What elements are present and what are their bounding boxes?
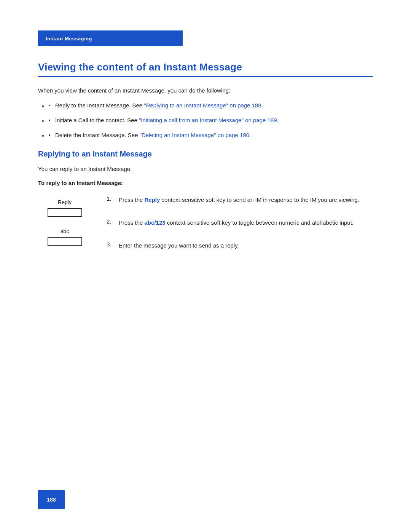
bullet-dot: • — [49, 101, 51, 110]
step-1-text: Press the Reply context-sensitive soft k… — [119, 195, 359, 204]
step-1-text-before: Press the — [119, 197, 145, 203]
bold-instruction: To reply to an Instant Message: — [38, 180, 373, 186]
list-item: • Delete the Instant Message. See "Delet… — [42, 131, 373, 141]
abc-softkey-box[interactable] — [48, 237, 82, 246]
steps-column: 1. Press the Reply context-sensitive sof… — [107, 195, 373, 250]
list-item-text-after-0: . — [261, 102, 263, 109]
list-item: • Reply to the Instant Message. See "Rep… — [42, 101, 373, 111]
list-item-link-0[interactable]: "Replying to an Instant Message" on page… — [144, 102, 261, 109]
step-1-bold-link: Reply — [145, 197, 160, 203]
step-2-number: 2. — [107, 218, 114, 225]
step-3-text-after: Enter the message you want to send as a … — [119, 242, 239, 249]
list-item-text-before: Reply to the Instant Message. See — [55, 102, 144, 109]
reply-softkey-label: Reply — [58, 199, 72, 205]
step-2-bold-link: abc/123 — [145, 219, 166, 226]
list-item-text: Reply to the Instant Message. See "Reply… — [55, 101, 263, 110]
abc-softkey-group: abc — [48, 228, 82, 246]
section-heading: Replying to an Instant Message — [38, 150, 373, 158]
step-3-text: Enter the message you want to send as a … — [119, 241, 239, 250]
step-1-text-after: context-sensitive soft key to send an IM… — [160, 197, 359, 203]
list-item-text-before-2: Delete the Instant Message. See — [55, 132, 140, 138]
abc-softkey-label: abc — [61, 228, 69, 234]
bullet-list: • Reply to the Instant Message. See "Rep… — [42, 101, 373, 141]
phone-mockup-column: Reply abc — [38, 195, 91, 246]
header-banner: Instant Messaging — [38, 30, 183, 46]
bullet-dot: • — [49, 116, 51, 125]
page-container: Instant Messaging Viewing the content of… — [0, 0, 411, 532]
bullet-dot: • — [49, 131, 51, 140]
reply-softkey-group: Reply — [48, 199, 82, 217]
reply-softkey-box[interactable] — [48, 208, 82, 217]
list-item-text: Initiate a Call to the contact. See "Ini… — [55, 116, 279, 125]
step-1-number: 1. — [107, 195, 114, 202]
step-1: 1. Press the Reply context-sensitive sof… — [107, 195, 373, 204]
step-2: 2. Press the abc/123 context-sensitive s… — [107, 218, 373, 227]
step-3: 3. Enter the message you want to send as… — [107, 241, 373, 250]
list-item: • Initiate a Call to the contact. See "I… — [42, 116, 373, 126]
list-item-text-after-2: . — [249, 132, 251, 138]
intro-text: When you view the content of an Instant … — [38, 86, 373, 95]
section-intro: You can reply to an Instant Message. — [38, 165, 373, 174]
header-banner-text: Instant Messaging — [46, 36, 92, 42]
step-3-number: 3. — [107, 241, 114, 248]
list-item-text-after-1: . — [277, 117, 279, 123]
step-2-text-before: Press the — [119, 219, 145, 226]
steps-area: Reply abc 1. Press the Reply context-sen… — [38, 195, 373, 250]
step-2-text-after: context-sensitive soft key to toggle bet… — [166, 219, 354, 226]
list-item-text: Delete the Instant Message. See "Deletin… — [55, 131, 251, 140]
list-item-link-2[interactable]: "Deleting an Instant Message" on page 19… — [140, 132, 249, 138]
page-number-text: 188 — [47, 497, 56, 503]
list-item-text-before-1: Initiate a Call to the contact. See — [55, 117, 139, 123]
step-2-text: Press the abc/123 context-sensitive soft… — [119, 218, 354, 227]
list-item-link-1[interactable]: "Initiating a call from an Instant Messa… — [139, 117, 277, 123]
main-heading: Viewing the content of an Instant Messag… — [38, 61, 373, 77]
footer-page-number: 188 — [38, 490, 65, 509]
